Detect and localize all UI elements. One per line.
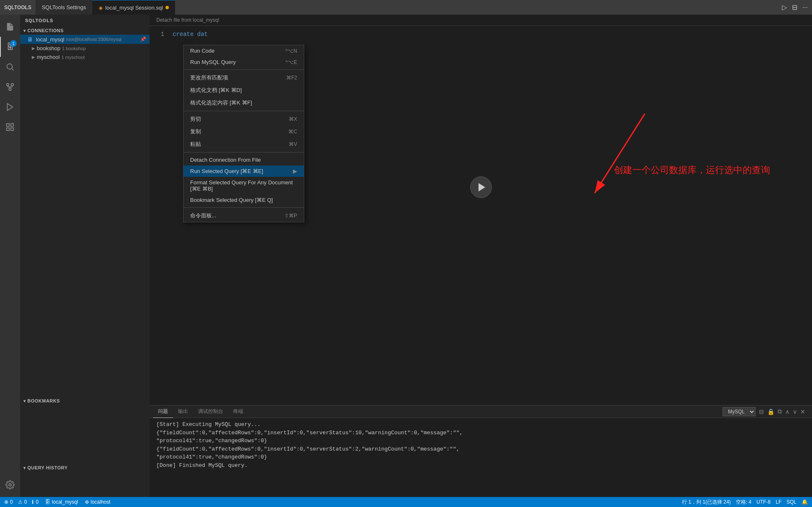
activity-bar: 🗄 1: [0, 15, 20, 497]
status-eol: LF: [776, 499, 781, 505]
tab-output[interactable]: 输出: [173, 405, 193, 418]
connections-arrow: ▾: [23, 28, 26, 33]
status-host-item[interactable]: ⊕ localhost: [85, 499, 110, 505]
tab-session-sql[interactable]: ◈ local_mysql Session.sql: [92, 0, 175, 15]
menu-detach-connection[interactable]: Detach Connection From File: [183, 154, 304, 166]
activity-settings[interactable]: [0, 475, 20, 495]
editor-area: Detach file from local_mysql 1 create da…: [150, 15, 812, 497]
copy-output-icon[interactable]: ⧉: [778, 408, 782, 415]
tab-sqtools-settings[interactable]: SQLTools Settings: [36, 0, 92, 15]
editor-detach-header: Detach file from local_mysql: [150, 15, 812, 26]
svg-rect-10: [7, 128, 9, 130]
activity-sqltools[interactable]: 🗄 1: [0, 37, 20, 57]
myschool-label: myschool: [37, 54, 60, 60]
query-history-section-header[interactable]: ▾ QUERY HISTORY: [20, 464, 150, 472]
mysql-dropdown[interactable]: MySQL: [723, 407, 756, 416]
line-numbers: 1: [150, 30, 168, 39]
scroll-up-icon[interactable]: ∧: [785, 408, 789, 415]
bookshop-count: 1 bookshop: [62, 46, 86, 51]
menu-format-selection[interactable]: 格式化选定内容 [⌘K ⌘F]: [183, 97, 304, 109]
sidebar-title: SQLTOOLS: [20, 15, 150, 26]
tab-terminal[interactable]: 终端: [228, 405, 248, 418]
query-history-area: [20, 472, 150, 497]
play-button-area: [470, 176, 492, 198]
bookmarks-area: [20, 405, 150, 464]
code-keyword: create dat: [173, 31, 208, 38]
clear-output-icon[interactable]: ⊟: [759, 408, 764, 415]
tree-item-bookshop[interactable]: ▶ bookshop 1 bookshop: [20, 44, 150, 53]
tree-arrow-bookshop: ▶: [32, 46, 35, 51]
menu-sep-4: [183, 207, 304, 208]
activity-debug[interactable]: [0, 97, 20, 117]
main-layout: 🗄 1 SQLTOOLS ▾ CONNECTIONS 🖥 local_my: [0, 15, 812, 497]
info-icon: ℹ: [32, 499, 34, 505]
tab-problems[interactable]: 问题: [153, 405, 173, 418]
pin-icon: 📌: [140, 36, 146, 42]
activity-extensions[interactable]: [0, 117, 20, 137]
menu-format-selected-query[interactable]: Format Selected Query For Any Document […: [183, 177, 304, 194]
svg-rect-8: [11, 124, 13, 126]
menu-command-palette[interactable]: 命令面板... ⇧⌘P: [183, 209, 304, 222]
svg-point-2: [9, 88, 11, 91]
more-actions-icon[interactable]: ···: [802, 4, 808, 11]
status-connection-item[interactable]: 🗄 local_mysql: [45, 499, 78, 505]
query-history-arrow: ▾: [23, 466, 26, 470]
lock-icon[interactable]: 🔒: [767, 408, 774, 415]
output-line-1: [Start] Executing MySQL query...: [156, 420, 805, 429]
output-line-3: "protocol41":true,"changedRows":0}: [156, 437, 805, 445]
sidebar: SQLTOOLS ▾ CONNECTIONS 🖥 local_mysql roo…: [20, 15, 150, 497]
close-panel-icon[interactable]: ✕: [800, 408, 805, 415]
svg-line-13: [595, 114, 645, 193]
status-warnings[interactable]: ⚠ 0: [18, 499, 27, 505]
sql-file-icon: ◈: [99, 5, 103, 11]
menu-run-mysql-query[interactable]: Run MySQL Query ^⌥E: [183, 56, 304, 68]
output-line-6: [Done] Finished MySQL query.: [156, 461, 805, 470]
db-status-icon: 🗄: [45, 499, 50, 505]
code-line-1[interactable]: create dat: [150, 30, 812, 39]
annotation-arrow: [561, 110, 687, 214]
editor-content[interactable]: 1 create dat Run Code ^⌥N Run MySQL Quer…: [150, 26, 812, 405]
scroll-down-icon[interactable]: ∨: [793, 408, 797, 415]
top-bar: SQLTOOLS SQLTools Settings ◈ local_mysql…: [0, 0, 812, 15]
activity-git[interactable]: [0, 77, 20, 97]
status-language: SQL: [787, 499, 797, 505]
context-menu: Run Code ^⌥N Run MySQL Query ^⌥E 更改所有匹配项…: [183, 45, 304, 222]
menu-copy[interactable]: 复制 ⌘C: [183, 125, 304, 138]
status-info[interactable]: ℹ 0: [32, 499, 38, 505]
split-editor-icon[interactable]: ⊟: [792, 3, 797, 11]
submenu-arrow: ▶: [293, 168, 297, 174]
svg-rect-9: [11, 128, 13, 130]
svg-point-0: [7, 64, 13, 69]
activity-files[interactable]: [0, 17, 20, 37]
menu-sep-3: [183, 152, 304, 153]
menu-format-doc[interactable]: 格式化文档 [⌘K ⌘D]: [183, 84, 304, 97]
connection-local-mysql[interactable]: 🖥 local_mysql root@localhost:3306/mysql …: [20, 35, 150, 44]
tab-debug-console[interactable]: 调试控制台: [193, 405, 228, 418]
notification-badge: 1: [10, 40, 17, 47]
menu-run-selected-query[interactable]: Run Selected Query [⌘E ⌘E] ▶: [183, 166, 304, 177]
status-errors[interactable]: ⊗ 0: [4, 499, 13, 505]
myschool-count: 1 myschool: [61, 55, 85, 60]
svg-point-11: [9, 484, 11, 486]
annotation-text-area: 创建一个公司数据库，运行选中的查询: [614, 164, 770, 176]
menu-bookmark-query[interactable]: Bookmark Selected Query [⌘E Q]: [183, 194, 304, 206]
status-position: 行 1，列 1(已选择 24): [682, 499, 731, 506]
panel-controls: MySQL ⊟ 🔒 ⧉ ∧ ∨ ✕: [719, 407, 809, 416]
menu-paste[interactable]: 粘贴 ⌘V: [183, 138, 304, 150]
connections-section-header[interactable]: ▾ CONNECTIONS: [20, 26, 150, 35]
menu-cut[interactable]: 剪切 ⌘X: [183, 113, 304, 125]
menu-change-all[interactable]: 更改所有匹配项 ⌘F2: [183, 71, 304, 84]
output-line-4: {"fieldCount":0,"affectedRows":0,"insert…: [156, 445, 805, 453]
run-icon[interactable]: ▷: [782, 3, 787, 11]
bookmarks-section-header[interactable]: ▾ BOOKMARKS: [20, 397, 150, 405]
menu-sep-2: [183, 111, 304, 111]
panel-tabs: 问题 输出 调试控制台 终端 MySQL ⊟ 🔒: [150, 405, 812, 418]
play-button[interactable]: [470, 176, 492, 198]
output-content[interactable]: [Start] Executing MySQL query... {"field…: [150, 418, 812, 497]
app-title: SQLTOOLS: [4, 5, 36, 10]
activity-search[interactable]: [0, 57, 20, 77]
modified-dot: [165, 6, 169, 9]
tree-item-myschool[interactable]: ▶ myschool 1 myschool: [20, 53, 150, 61]
output-line-2: {"fieldCount":0,"affectedRows":0,"insert…: [156, 429, 805, 437]
menu-run-code[interactable]: Run Code ^⌥N: [183, 45, 304, 56]
